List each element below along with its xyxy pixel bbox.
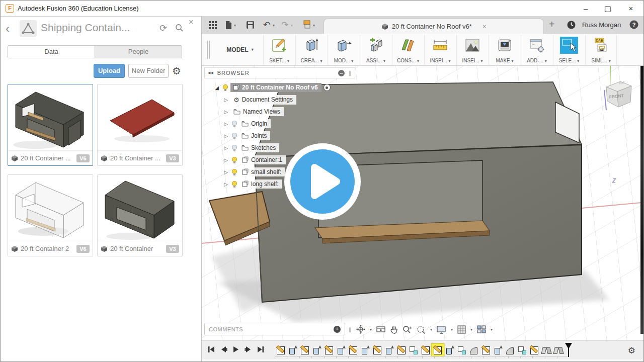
version-badge[interactable]: V6 bbox=[76, 245, 90, 253]
export-caret-icon[interactable]: ▾ bbox=[313, 23, 315, 28]
timeline-feature-fillet-icon[interactable] bbox=[468, 344, 480, 356]
document-tab-close-icon[interactable]: × bbox=[482, 23, 487, 30]
orbit-icon[interactable] bbox=[356, 325, 365, 334]
item-card-red-panel[interactable]: 20 ft Container ... V3 bbox=[97, 84, 183, 166]
undo-icon[interactable]: ↶ bbox=[263, 20, 270, 30]
bulb-off-icon[interactable] bbox=[231, 144, 237, 152]
tree-row-named-views[interactable]: ▷ Named Views bbox=[222, 106, 355, 118]
file-menu-caret-icon[interactable]: ▾ bbox=[234, 23, 236, 28]
ribbon-group-inspect[interactable]: INSPI... ▾ bbox=[424, 35, 456, 65]
panel-settings-gear-icon[interactable]: ⚙ bbox=[172, 65, 181, 77]
look-at-icon[interactable] bbox=[376, 325, 385, 333]
undo-caret-icon[interactable]: ▾ bbox=[273, 23, 275, 28]
tree-row-joints[interactable]: ▷ Joints bbox=[222, 130, 355, 142]
disclosure-icon[interactable]: ▷ bbox=[222, 109, 229, 115]
zoom-window-icon[interactable] bbox=[417, 325, 426, 334]
ribbon-group-assemble[interactable]: ASSI... ▾ bbox=[360, 35, 391, 65]
timeline-feature-extrude-icon[interactable] bbox=[492, 344, 504, 356]
grid-settings-icon[interactable] bbox=[457, 325, 466, 334]
workspace-selector[interactable]: MODEL ▾ bbox=[218, 34, 262, 65]
timeline-feature-extrude-icon[interactable] bbox=[287, 344, 299, 356]
timeline-feature-sketch-icon[interactable] bbox=[528, 344, 540, 356]
ribbon-group-make[interactable]: MAKE ▾ bbox=[489, 35, 520, 65]
version-badge[interactable]: V3 bbox=[166, 154, 179, 162]
ribbon-group-simulation[interactable]: DAEDAE SIML... ▾ bbox=[585, 35, 617, 65]
bulb-on-icon[interactable] bbox=[222, 84, 228, 92]
item-card-container-open[interactable]: 20 ft Container ... V6 bbox=[8, 84, 93, 166]
timeline-feature-mirror-icon[interactable] bbox=[552, 344, 565, 356]
tree-row-document-settings[interactable]: ▷ ⚙Document Settings bbox=[222, 94, 355, 106]
tab-data[interactable]: Data bbox=[8, 46, 95, 58]
close-button[interactable]: × bbox=[623, 3, 638, 15]
step-forward-button[interactable] bbox=[245, 346, 252, 353]
timeline-settings-gear-icon[interactable]: ⚙ bbox=[628, 345, 635, 356]
collapse-icon[interactable]: ◀◀ bbox=[208, 71, 213, 75]
skip-to-end-button[interactable] bbox=[257, 346, 264, 353]
timeline-feature-component-icon[interactable] bbox=[516, 344, 528, 356]
bulb-on-icon[interactable] bbox=[231, 180, 237, 188]
item-card-container-closed[interactable]: 20 ft Container V3 bbox=[97, 174, 183, 256]
redo-icon[interactable]: ↷ bbox=[281, 20, 288, 30]
ribbon-group-construct[interactable]: CONS... ▾ bbox=[392, 35, 424, 65]
back-button[interactable]: ‹ bbox=[6, 22, 10, 36]
browser-header[interactable]: ◀◀ BROWSER – ∥ bbox=[204, 67, 355, 78]
maximize-button[interactable]: ▢ bbox=[600, 3, 615, 15]
timeline-feature-sketch-icon[interactable] bbox=[371, 344, 383, 356]
browser-grip[interactable]: ∥ bbox=[349, 70, 352, 76]
timeline-track[interactable] bbox=[275, 344, 565, 356]
comments-bar[interactable]: COMMENTS + bbox=[204, 323, 345, 335]
orbit-caret-icon[interactable]: ▾ bbox=[370, 327, 372, 332]
timeline-playhead[interactable] bbox=[565, 343, 572, 357]
timeline-feature-extrude-icon[interactable] bbox=[444, 344, 456, 356]
bulb-on-icon[interactable] bbox=[231, 168, 237, 176]
item-card-container-wireframe[interactable]: 20 ft Container 2 V6 bbox=[8, 174, 93, 256]
disclosure-icon[interactable]: ▷ bbox=[222, 182, 229, 187]
version-badge[interactable]: V3 bbox=[166, 245, 179, 253]
timeline-feature-sketch-icon[interactable] bbox=[480, 344, 492, 356]
timeline-feature-sketch-icon[interactable] bbox=[299, 344, 311, 356]
timeline-feature-extrude-icon[interactable] bbox=[311, 344, 323, 356]
search-icon[interactable] bbox=[175, 23, 184, 35]
job-status-clock-icon[interactable] bbox=[567, 21, 576, 31]
timeline-feature-sketch-icon[interactable] bbox=[432, 344, 444, 356]
app-grid-icon[interactable] bbox=[209, 21, 217, 31]
save-icon[interactable] bbox=[246, 21, 255, 31]
help-icon[interactable]: ? bbox=[629, 20, 638, 31]
disclosure-icon[interactable]: ▷ bbox=[222, 97, 229, 103]
add-comment-icon[interactable]: + bbox=[334, 326, 341, 333]
data-panel-close-icon[interactable]: × bbox=[189, 18, 193, 27]
viewports-caret-icon[interactable]: ▾ bbox=[491, 327, 493, 332]
minimize-button[interactable]: – bbox=[578, 3, 593, 15]
export-icon[interactable] bbox=[303, 20, 311, 31]
disclosure-icon[interactable]: ▷ bbox=[222, 133, 229, 139]
disclosure-open-icon[interactable]: ◢ bbox=[213, 85, 220, 90]
timeline-feature-extrude-icon[interactable] bbox=[359, 344, 371, 356]
pan-hand-icon[interactable] bbox=[390, 325, 398, 334]
ribbon-group-insert[interactable]: INSEI... ▾ bbox=[456, 35, 488, 65]
step-back-button[interactable] bbox=[220, 346, 227, 353]
timeline-feature-sketch-icon[interactable] bbox=[323, 344, 335, 356]
timeline-feature-sketch-icon[interactable] bbox=[395, 344, 408, 356]
timeline-feature-fillet-icon[interactable] bbox=[504, 344, 516, 356]
timeline-feature-extrude-icon[interactable] bbox=[335, 344, 347, 356]
disclosure-icon[interactable]: ▷ bbox=[222, 121, 229, 127]
browser-minimize-icon[interactable]: – bbox=[338, 70, 345, 76]
version-badge[interactable]: V6 bbox=[76, 154, 90, 162]
grid-caret-icon[interactable]: ▾ bbox=[470, 327, 472, 332]
display-settings-icon[interactable] bbox=[437, 325, 446, 334]
timeline-feature-mirror-icon[interactable] bbox=[540, 344, 552, 356]
account-user-name[interactable]: Russ Morgan bbox=[582, 21, 621, 29]
view-cube[interactable]: TOP FRONT bbox=[599, 75, 636, 114]
activate-radio-icon[interactable] bbox=[324, 84, 331, 91]
tree-root-row[interactable]: ◢ 20 ft Container No Roof v6 bbox=[213, 81, 355, 94]
refresh-icon[interactable]: ⟳ bbox=[159, 23, 167, 34]
timeline-feature-sketch-icon[interactable] bbox=[347, 344, 359, 356]
document-tab[interactable]: 20 ft Container No Roof v6* × bbox=[324, 19, 544, 34]
ribbon-drag-handle[interactable] bbox=[207, 41, 210, 59]
disclosure-icon[interactable]: ▷ bbox=[222, 169, 229, 175]
viewport-canvas[interactable]: ◀◀ BROWSER – ∥ ◢ 20 ft Container No Roof… bbox=[202, 66, 644, 340]
zoom-icon[interactable]: ± bbox=[403, 325, 412, 334]
ribbon-group-select[interactable]: SELE... ▾ bbox=[553, 35, 585, 65]
display-caret-icon[interactable]: ▾ bbox=[451, 327, 453, 332]
timeline-feature-sketch-icon[interactable] bbox=[420, 344, 432, 356]
